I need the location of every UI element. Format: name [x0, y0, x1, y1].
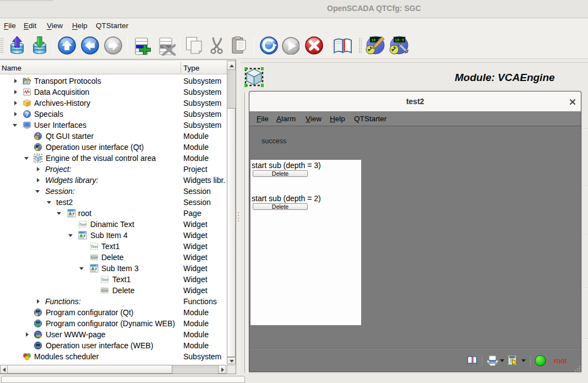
svg-text:T: T [83, 234, 86, 238]
svg-text:Text: Text [101, 278, 108, 282]
svg-text:Delet: Delet [91, 256, 98, 259]
svg-text:?: ? [25, 111, 29, 117]
svg-text:T: T [95, 267, 97, 271]
svg-text:Text: Text [90, 245, 98, 249]
svg-text:10:9: 10:9 [395, 38, 404, 42]
svg-text:Text: Text [79, 223, 86, 226]
svg-text:T: T [72, 212, 75, 216]
svg-text:Delet: Delet [101, 289, 108, 292]
